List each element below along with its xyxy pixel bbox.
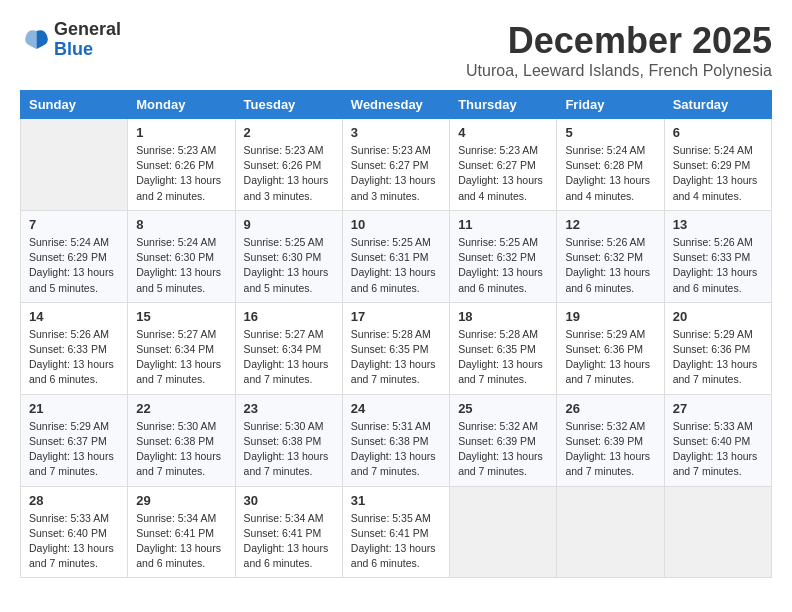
calendar-cell: 27Sunrise: 5:33 AMSunset: 6:40 PMDayligh… (664, 394, 771, 486)
day-info: Sunrise: 5:32 AMSunset: 6:39 PMDaylight:… (565, 419, 655, 480)
day-info: Sunrise: 5:35 AMSunset: 6:41 PMDaylight:… (351, 511, 441, 572)
calendar-cell: 6Sunrise: 5:24 AMSunset: 6:29 PMDaylight… (664, 119, 771, 211)
calendar-week-row: 7Sunrise: 5:24 AMSunset: 6:29 PMDaylight… (21, 210, 772, 302)
day-info: Sunrise: 5:23 AMSunset: 6:27 PMDaylight:… (351, 143, 441, 204)
calendar-cell: 15Sunrise: 5:27 AMSunset: 6:34 PMDayligh… (128, 302, 235, 394)
calendar-cell: 18Sunrise: 5:28 AMSunset: 6:35 PMDayligh… (450, 302, 557, 394)
day-info: Sunrise: 5:33 AMSunset: 6:40 PMDaylight:… (673, 419, 763, 480)
calendar-cell: 11Sunrise: 5:25 AMSunset: 6:32 PMDayligh… (450, 210, 557, 302)
day-info: Sunrise: 5:33 AMSunset: 6:40 PMDaylight:… (29, 511, 119, 572)
day-number: 25 (458, 401, 548, 416)
calendar-cell: 1Sunrise: 5:23 AMSunset: 6:26 PMDaylight… (128, 119, 235, 211)
calendar-cell: 14Sunrise: 5:26 AMSunset: 6:33 PMDayligh… (21, 302, 128, 394)
day-info: Sunrise: 5:29 AMSunset: 6:37 PMDaylight:… (29, 419, 119, 480)
logo-text: General Blue (54, 20, 121, 60)
calendar-table: SundayMondayTuesdayWednesdayThursdayFrid… (20, 90, 772, 578)
calendar-cell: 12Sunrise: 5:26 AMSunset: 6:32 PMDayligh… (557, 210, 664, 302)
day-number: 4 (458, 125, 548, 140)
day-info: Sunrise: 5:25 AMSunset: 6:32 PMDaylight:… (458, 235, 548, 296)
day-number: 23 (244, 401, 334, 416)
calendar-cell: 24Sunrise: 5:31 AMSunset: 6:38 PMDayligh… (342, 394, 449, 486)
day-number: 1 (136, 125, 226, 140)
calendar-week-row: 1Sunrise: 5:23 AMSunset: 6:26 PMDaylight… (21, 119, 772, 211)
calendar-cell (21, 119, 128, 211)
day-info: Sunrise: 5:23 AMSunset: 6:27 PMDaylight:… (458, 143, 548, 204)
calendar-cell: 31Sunrise: 5:35 AMSunset: 6:41 PMDayligh… (342, 486, 449, 578)
day-number: 26 (565, 401, 655, 416)
day-number: 19 (565, 309, 655, 324)
calendar-cell: 5Sunrise: 5:24 AMSunset: 6:28 PMDaylight… (557, 119, 664, 211)
day-info: Sunrise: 5:25 AMSunset: 6:31 PMDaylight:… (351, 235, 441, 296)
day-number: 15 (136, 309, 226, 324)
day-header-monday: Monday (128, 91, 235, 119)
day-info: Sunrise: 5:24 AMSunset: 6:29 PMDaylight:… (673, 143, 763, 204)
calendar-cell: 10Sunrise: 5:25 AMSunset: 6:31 PMDayligh… (342, 210, 449, 302)
day-info: Sunrise: 5:34 AMSunset: 6:41 PMDaylight:… (244, 511, 334, 572)
day-header-wednesday: Wednesday (342, 91, 449, 119)
day-info: Sunrise: 5:24 AMSunset: 6:28 PMDaylight:… (565, 143, 655, 204)
day-header-saturday: Saturday (664, 91, 771, 119)
calendar-week-row: 28Sunrise: 5:33 AMSunset: 6:40 PMDayligh… (21, 486, 772, 578)
calendar-cell: 21Sunrise: 5:29 AMSunset: 6:37 PMDayligh… (21, 394, 128, 486)
calendar-cell: 26Sunrise: 5:32 AMSunset: 6:39 PMDayligh… (557, 394, 664, 486)
day-info: Sunrise: 5:29 AMSunset: 6:36 PMDaylight:… (565, 327, 655, 388)
calendar-cell: 23Sunrise: 5:30 AMSunset: 6:38 PMDayligh… (235, 394, 342, 486)
day-info: Sunrise: 5:31 AMSunset: 6:38 PMDaylight:… (351, 419, 441, 480)
calendar-cell: 7Sunrise: 5:24 AMSunset: 6:29 PMDaylight… (21, 210, 128, 302)
day-info: Sunrise: 5:23 AMSunset: 6:26 PMDaylight:… (244, 143, 334, 204)
calendar-cell: 2Sunrise: 5:23 AMSunset: 6:26 PMDaylight… (235, 119, 342, 211)
calendar-cell (557, 486, 664, 578)
calendar-cell: 17Sunrise: 5:28 AMSunset: 6:35 PMDayligh… (342, 302, 449, 394)
day-header-friday: Friday (557, 91, 664, 119)
day-number: 20 (673, 309, 763, 324)
day-info: Sunrise: 5:24 AMSunset: 6:29 PMDaylight:… (29, 235, 119, 296)
calendar-cell: 25Sunrise: 5:32 AMSunset: 6:39 PMDayligh… (450, 394, 557, 486)
day-number: 12 (565, 217, 655, 232)
day-number: 31 (351, 493, 441, 508)
calendar-cell: 22Sunrise: 5:30 AMSunset: 6:38 PMDayligh… (128, 394, 235, 486)
calendar-header-row: SundayMondayTuesdayWednesdayThursdayFrid… (21, 91, 772, 119)
calendar-cell: 30Sunrise: 5:34 AMSunset: 6:41 PMDayligh… (235, 486, 342, 578)
day-header-tuesday: Tuesday (235, 91, 342, 119)
day-info: Sunrise: 5:30 AMSunset: 6:38 PMDaylight:… (136, 419, 226, 480)
calendar-cell: 3Sunrise: 5:23 AMSunset: 6:27 PMDaylight… (342, 119, 449, 211)
day-info: Sunrise: 5:24 AMSunset: 6:30 PMDaylight:… (136, 235, 226, 296)
calendar-cell: 13Sunrise: 5:26 AMSunset: 6:33 PMDayligh… (664, 210, 771, 302)
calendar-cell: 29Sunrise: 5:34 AMSunset: 6:41 PMDayligh… (128, 486, 235, 578)
calendar-cell: 16Sunrise: 5:27 AMSunset: 6:34 PMDayligh… (235, 302, 342, 394)
calendar-cell: 8Sunrise: 5:24 AMSunset: 6:30 PMDaylight… (128, 210, 235, 302)
day-number: 22 (136, 401, 226, 416)
day-number: 3 (351, 125, 441, 140)
day-info: Sunrise: 5:34 AMSunset: 6:41 PMDaylight:… (136, 511, 226, 572)
day-info: Sunrise: 5:25 AMSunset: 6:30 PMDaylight:… (244, 235, 334, 296)
day-number: 27 (673, 401, 763, 416)
day-number: 11 (458, 217, 548, 232)
day-number: 10 (351, 217, 441, 232)
day-number: 7 (29, 217, 119, 232)
day-info: Sunrise: 5:27 AMSunset: 6:34 PMDaylight:… (136, 327, 226, 388)
calendar-week-row: 14Sunrise: 5:26 AMSunset: 6:33 PMDayligh… (21, 302, 772, 394)
calendar-cell (664, 486, 771, 578)
location-title: Uturoa, Leeward Islands, French Polynesi… (466, 62, 772, 80)
day-number: 2 (244, 125, 334, 140)
day-info: Sunrise: 5:27 AMSunset: 6:34 PMDaylight:… (244, 327, 334, 388)
day-number: 9 (244, 217, 334, 232)
calendar-week-row: 21Sunrise: 5:29 AMSunset: 6:37 PMDayligh… (21, 394, 772, 486)
day-number: 14 (29, 309, 119, 324)
day-info: Sunrise: 5:29 AMSunset: 6:36 PMDaylight:… (673, 327, 763, 388)
day-header-thursday: Thursday (450, 91, 557, 119)
day-number: 24 (351, 401, 441, 416)
logo: General Blue (20, 20, 121, 60)
calendar-cell: 9Sunrise: 5:25 AMSunset: 6:30 PMDaylight… (235, 210, 342, 302)
day-number: 29 (136, 493, 226, 508)
day-number: 17 (351, 309, 441, 324)
day-info: Sunrise: 5:23 AMSunset: 6:26 PMDaylight:… (136, 143, 226, 204)
day-number: 13 (673, 217, 763, 232)
page-header: General Blue December 2025 Uturoa, Leewa… (20, 20, 772, 80)
calendar-cell: 20Sunrise: 5:29 AMSunset: 6:36 PMDayligh… (664, 302, 771, 394)
day-info: Sunrise: 5:28 AMSunset: 6:35 PMDaylight:… (458, 327, 548, 388)
day-info: Sunrise: 5:26 AMSunset: 6:33 PMDaylight:… (29, 327, 119, 388)
day-number: 5 (565, 125, 655, 140)
logo-icon (20, 25, 50, 55)
day-number: 28 (29, 493, 119, 508)
